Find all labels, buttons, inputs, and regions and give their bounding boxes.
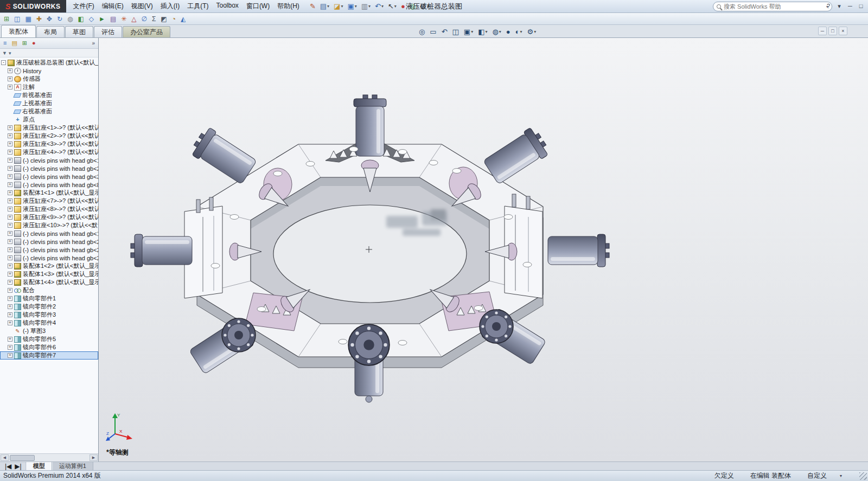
tree-item[interactable]: + 镜向零部件3	[0, 311, 98, 319]
tree-expander[interactable]: +	[8, 182, 12, 187]
tree-expander[interactable]: +	[8, 207, 12, 211]
displaymanager-tab-icon[interactable]: ● ▾	[30, 39, 38, 48]
configurationmanager-tab-icon[interactable]: ⊞ ▾	[20, 39, 29, 48]
tree-expander[interactable]: +	[8, 68, 12, 73]
commandmanager-tab[interactable]: 草图	[65, 26, 93, 37]
measure-icon[interactable]: ∅ ▾	[139, 14, 149, 24]
tree-expander[interactable]: +	[8, 231, 12, 236]
tree-expander[interactable]: +	[8, 320, 12, 325]
doc-restore-button[interactable]: □	[828, 27, 837, 35]
tree-expander[interactable]: +	[8, 312, 12, 317]
tree-item[interactable]: + 镜向零部件1	[0, 294, 98, 303]
smart-fasteners-icon[interactable]: ✚ ▾	[34, 14, 44, 24]
tree-expander[interactable]: +	[8, 223, 12, 228]
zoom-to-area-icon[interactable]: ▭ ▾	[427, 26, 438, 37]
tree-expander[interactable]: +	[8, 280, 12, 285]
model-tabs-scroll-start-button[interactable]: |◀	[3, 463, 13, 470]
save-icon[interactable]: ▣ ▾	[345, 1, 359, 12]
tree-expander[interactable]: +	[8, 272, 12, 277]
menubar-item[interactable]: Toolbox	[213, 0, 242, 12]
filter-funnel-icon[interactable]: ▼	[2, 50, 7, 56]
open-document-icon[interactable]: ◪ ▾	[331, 1, 345, 12]
propertymanager-tab-icon[interactable]: ▤ ▾	[9, 39, 19, 48]
tree-item[interactable]: + (-) clevis pins with head gb<8	[0, 181, 98, 189]
reference-geometry-icon[interactable]: ◇ ▾	[87, 14, 96, 24]
tree-item[interactable]: + 液压缸座<3>->? (默认<<默认>_显	[0, 140, 98, 148]
move-component-icon[interactable]: ✥ ▾	[44, 14, 54, 24]
panel-horizontal-scrollbar[interactable]: ◀ ▶	[0, 453, 98, 461]
view-orientation-icon[interactable]: ▣ ▾	[462, 26, 475, 37]
model-tab[interactable]: 模型	[26, 462, 52, 470]
tree-item[interactable]: + (-) clevis pins with head gb<2	[0, 164, 98, 172]
linear-component-pattern-icon[interactable]: ▦ ▾	[23, 14, 33, 24]
tree-expander[interactable]: +	[8, 133, 12, 138]
scrollbar-thumb[interactable]	[10, 455, 35, 461]
section-view-icon[interactable]: ◫ ▾	[450, 26, 461, 37]
bill-of-materials-icon[interactable]: ▤ ▾	[108, 14, 118, 24]
tree-expander[interactable]: +	[8, 190, 12, 195]
tree-expander[interactable]: +	[8, 198, 12, 203]
tree-item[interactable]: + 镜向零部件5	[0, 335, 98, 343]
tree-expander[interactable]: +	[8, 174, 12, 179]
scroll-left-arrow-icon[interactable]: ◀	[1, 454, 9, 461]
style-brush-icon[interactable]: ✎ ▾	[308, 1, 318, 12]
tree-expander[interactable]: +	[8, 142, 12, 146]
restore-button[interactable]: □	[856, 1, 866, 11]
graphics-area[interactable]: X Y Z *等轴测	[99, 38, 868, 461]
new-document-icon[interactable]: ▤ ▾	[318, 1, 331, 12]
zoom-to-fit-icon[interactable]: ◎ ▾	[417, 26, 427, 37]
tree-item[interactable]: - 液压破桩器总装图 (默认<默认_显示	[0, 59, 98, 67]
tree-expander[interactable]: +	[8, 150, 12, 155]
tree-expander[interactable]: +	[8, 166, 12, 171]
tree-item[interactable]: + 镜向零部件7	[0, 351, 98, 360]
menubar-item[interactable]: 文件(F)	[69, 0, 98, 12]
tree-item[interactable]: + 传感器	[0, 75, 98, 83]
tree-item[interactable]: + (-) clevis pins with head gb<2	[0, 238, 98, 246]
commandmanager-tab[interactable]: 装配体	[1, 25, 36, 37]
menubar-item[interactable]: 编辑(E)	[98, 0, 127, 12]
tree-expander[interactable]: +	[8, 239, 12, 244]
mass-properties-icon[interactable]: Σ ▾	[150, 14, 158, 24]
insert-component-icon[interactable]: ⊞ ▾	[2, 14, 11, 24]
tree-item[interactable]: + 镜向零部件6	[0, 343, 98, 351]
display-style-icon[interactable]: ◧ ▾	[476, 26, 489, 37]
commandmanager-tab[interactable]: 布局	[36, 26, 65, 37]
tree-item[interactable]: + (-) clevis pins with head gb<2	[0, 246, 98, 254]
rotate-component-icon[interactable]: ↻ ▾	[55, 14, 65, 24]
mate-icon[interactable]: ◫ ▾	[12, 14, 22, 24]
minimize-button[interactable]: ─	[845, 1, 855, 11]
tree-expander[interactable]: +	[8, 353, 12, 358]
tree-item[interactable]: 前视基准面	[0, 91, 98, 99]
tree-item[interactable]: (-) 草图3	[0, 327, 98, 335]
tree-item[interactable]: + 液压缸座<8>->? (默认<<默认>_显	[0, 205, 98, 213]
tree-item[interactable]: + 液压缸座<9>->? (默认<<默认>_显	[0, 213, 98, 221]
doc-minimize-button[interactable]: ─	[818, 27, 827, 35]
tree-expander[interactable]: +	[8, 76, 12, 81]
tree-item[interactable]: + 镜向零部件2	[0, 303, 98, 311]
model-tab[interactable]: 运动算例1	[52, 462, 93, 470]
commandmanager-tab[interactable]: 办公室产品	[123, 26, 170, 37]
tree-expander[interactable]: +	[8, 247, 12, 252]
tree-item[interactable]: + (-) clevis pins with head gb<1	[0, 156, 98, 164]
tree-expander[interactable]: +	[8, 255, 12, 260]
doc-close-button[interactable]: ×	[839, 27, 847, 35]
panel-collapse-chevron[interactable]: »	[90, 40, 97, 46]
tree-item[interactable]: 原点	[0, 116, 98, 124]
instant3d-icon[interactable]: ◭ ▾	[178, 14, 188, 24]
tree-item[interactable]: + (-) clevis pins with head gb<1	[0, 229, 98, 238]
menubar-item[interactable]: 插入(I)	[157, 0, 183, 12]
tree-item[interactable]: + 液压缸座<10>->? (默认<<默认>_	[0, 221, 98, 229]
status-custom-dropdown-icon[interactable]: ▾	[840, 473, 842, 478]
tree-item[interactable]: + 液压缸座<2>->? (默认<<默认>_显	[0, 132, 98, 140]
featuremanager-tree-tab-icon[interactable]: ≡ ▾	[1, 39, 9, 48]
tree-item[interactable]: + (-) clevis pins with head gb<2	[0, 254, 98, 262]
view-settings-icon[interactable]: ⚙ ▾	[525, 26, 539, 37]
tree-item[interactable]: + 装配体1<4> (默认<默认_显示状	[0, 278, 98, 286]
sensor-icon[interactable]: ◔ ▾	[170, 14, 178, 24]
select-cursor-icon[interactable]: ↖ ▾	[386, 1, 399, 12]
help-button[interactable]: ?	[824, 1, 833, 11]
tree-expander[interactable]: +	[8, 288, 12, 293]
help-search-box[interactable]: ▾	[713, 2, 832, 11]
menubar-item[interactable]: 窗口(W)	[242, 0, 273, 12]
tree-item[interactable]: + 液压缸座<7>->? (默认<<默认>_显	[0, 197, 98, 205]
